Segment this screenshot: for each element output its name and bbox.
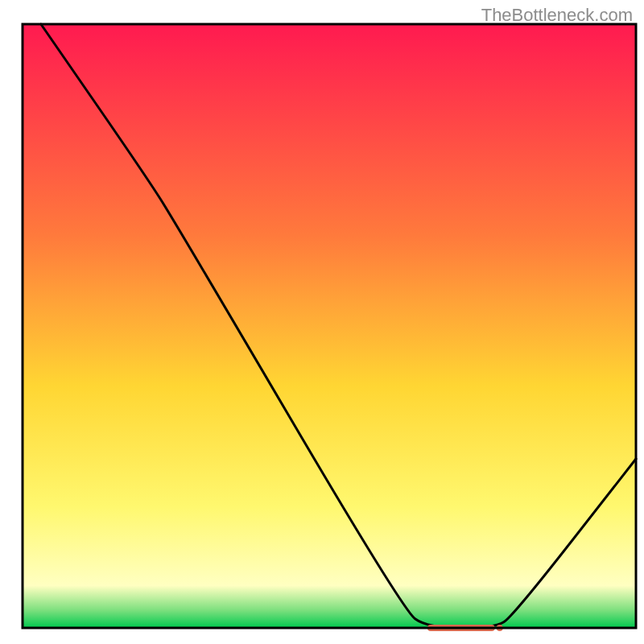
bottleneck-curve-chart (0, 0, 644, 644)
chart-container: TheBottleneck.com (0, 0, 644, 644)
chart-background (23, 24, 636, 628)
watermark-text: TheBottleneck.com (481, 5, 633, 26)
